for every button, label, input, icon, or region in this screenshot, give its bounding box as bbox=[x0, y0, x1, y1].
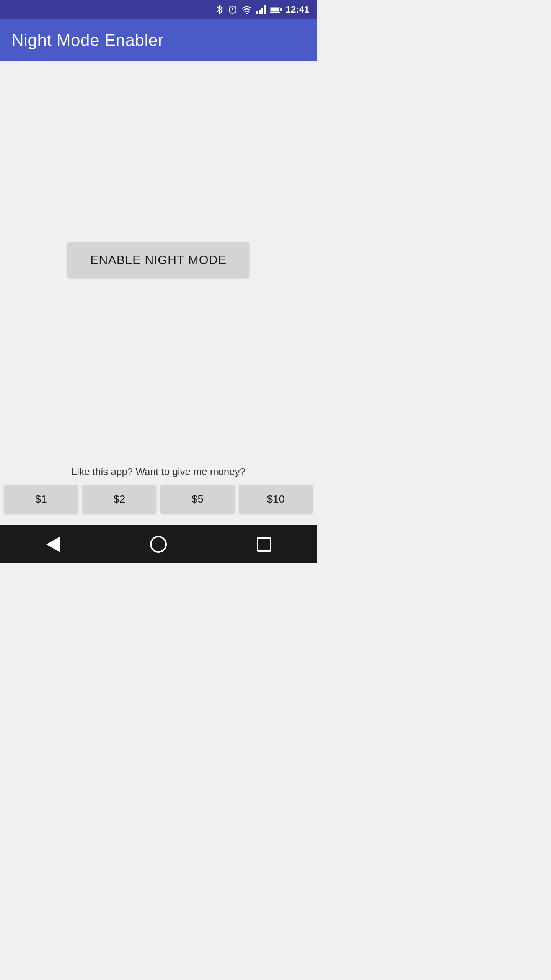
home-button[interactable] bbox=[147, 533, 170, 556]
back-arrow-icon bbox=[46, 537, 60, 552]
bluetooth-icon bbox=[215, 4, 224, 15]
app-bar: Night Mode Enabler bbox=[0, 19, 317, 61]
nav-bar bbox=[0, 525, 317, 564]
donate-5-button[interactable]: $5 bbox=[160, 485, 235, 514]
svg-rect-7 bbox=[259, 10, 261, 14]
donate-1-button[interactable]: $1 bbox=[4, 485, 78, 514]
app-title: Night Mode Enabler bbox=[11, 31, 164, 50]
svg-line-3 bbox=[229, 6, 230, 7]
donate-2-button[interactable]: $2 bbox=[82, 485, 157, 514]
status-icons: 12:41 bbox=[215, 4, 309, 15]
main-content: ENABLE NIGHT MODE bbox=[0, 61, 317, 458]
svg-rect-12 bbox=[280, 8, 282, 11]
svg-rect-6 bbox=[256, 11, 258, 14]
svg-rect-8 bbox=[261, 8, 263, 14]
alarm-icon bbox=[228, 5, 238, 15]
status-bar: 12:41 bbox=[0, 0, 317, 19]
recents-square-icon bbox=[257, 537, 271, 552]
svg-rect-9 bbox=[264, 5, 266, 14]
recents-button[interactable] bbox=[253, 533, 276, 556]
bottom-section: Like this app? Want to give me money? $1… bbox=[0, 458, 317, 525]
signal-icon bbox=[256, 5, 266, 14]
status-time: 12:41 bbox=[286, 4, 309, 15]
battery-icon bbox=[270, 6, 282, 13]
donate-text: Like this app? Want to give me money? bbox=[0, 458, 317, 485]
back-button[interactable] bbox=[41, 533, 64, 556]
donate-10-button[interactable]: $10 bbox=[239, 485, 313, 514]
wifi-icon bbox=[241, 5, 252, 14]
home-circle-icon bbox=[150, 536, 167, 553]
svg-point-5 bbox=[246, 13, 248, 14]
svg-rect-11 bbox=[270, 8, 279, 12]
svg-line-4 bbox=[235, 6, 236, 7]
donate-buttons-container: $1 $2 $5 $10 bbox=[0, 485, 317, 518]
enable-night-mode-button[interactable]: ENABLE NIGHT MODE bbox=[67, 242, 249, 278]
